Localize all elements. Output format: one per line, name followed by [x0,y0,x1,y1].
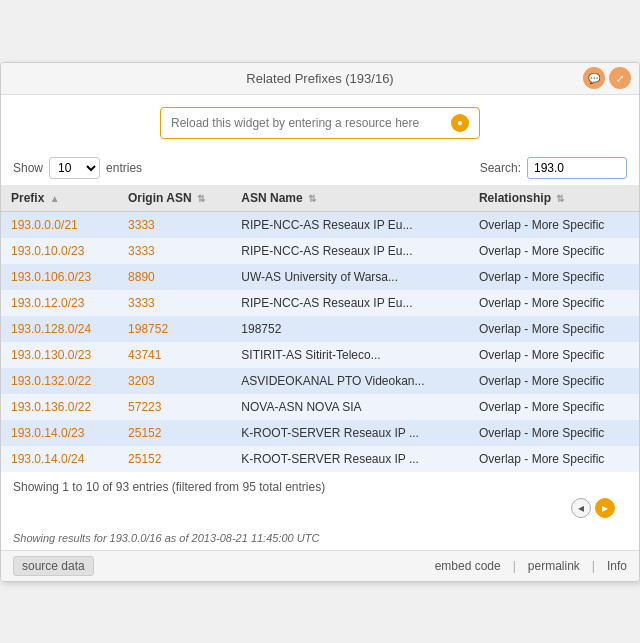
asn-link[interactable]: 3333 [128,244,155,258]
results-text: Showing results for 193.0.0/16 as of 201… [13,532,319,544]
cell-relationship: Overlap - More Specific [469,420,639,446]
prefix-link[interactable]: 193.0.130.0/23 [11,348,91,362]
table-header-row: Prefix ▲ Origin ASN ⇅ ASN Name ⇅ Relatio… [1,185,639,212]
asn-link[interactable]: 3333 [128,296,155,310]
entries-select[interactable]: 10 25 50 100 [49,157,100,179]
asn-link[interactable]: 198752 [128,322,168,336]
asn-link[interactable]: 57223 [128,400,161,414]
embed-code-link[interactable]: embed code [435,559,501,573]
table-row: 193.0.130.0/2343741SITIRIT-AS Sitirit-Te… [1,342,639,368]
cell-prefix: 193.0.0.0/21 [1,211,118,238]
expand-button[interactable]: ⤢ [609,67,631,89]
cell-prefix: 193.0.12.0/23 [1,290,118,316]
prefix-sort-icon[interactable]: ▲ [50,193,60,204]
comment-icon: 💬 [588,73,600,84]
cell-relationship: Overlap - More Specific [469,368,639,394]
reload-input-wrap: ● [160,107,480,139]
cell-prefix: 193.0.136.0/22 [1,394,118,420]
table-row: 193.0.14.0/2325152K-ROOT-SERVER Reseaux … [1,420,639,446]
cell-relationship: Overlap - More Specific [469,264,639,290]
asn-link[interactable]: 8890 [128,270,155,284]
controls-bar: Show 10 25 50 100 entries Search: [1,151,639,185]
footer-info: Showing 1 to 10 of 93 entries (filtered … [1,472,639,530]
expand-icon: ⤢ [616,73,624,84]
cell-asn: 3333 [118,238,231,264]
next-page-button[interactable]: ▸ [595,498,615,518]
relationship-sort-icon[interactable]: ⇅ [556,193,564,204]
asn-link[interactable]: 43741 [128,348,161,362]
reload-bar: ● [1,95,639,151]
widget-container: Related Prefixes (193/16) 💬 ⤢ ● Show 10 … [0,62,640,582]
cell-asn: 8890 [118,264,231,290]
header-icons: 💬 ⤢ [583,67,631,89]
reload-submit-icon[interactable]: ● [451,114,469,132]
cell-asn-name: NOVA-ASN NOVA SIA [231,394,469,420]
table-row: 193.0.12.0/233333RIPE-NCC-AS Reseaux IP … [1,290,639,316]
widget-title: Related Prefixes (193/16) [246,71,393,86]
cell-relationship: Overlap - More Specific [469,394,639,420]
prefix-link[interactable]: 193.0.0.0/21 [11,218,78,232]
info-link[interactable]: Info [607,559,627,573]
cell-prefix: 193.0.130.0/23 [1,342,118,368]
col-asn-name: ASN Name ⇅ [231,185,469,212]
prefix-link[interactable]: 193.0.10.0/23 [11,244,84,258]
cell-asn: 25152 [118,420,231,446]
col-origin-asn: Origin ASN ⇅ [118,185,231,212]
cell-asn-name: 198752 [231,316,469,342]
prev-page-button[interactable]: ◂ [571,498,591,518]
prefix-link[interactable]: 193.0.14.0/23 [11,426,84,440]
cell-prefix: 193.0.106.0/23 [1,264,118,290]
asn-link[interactable]: 25152 [128,452,161,466]
prefix-link[interactable]: 193.0.14.0/24 [11,452,84,466]
source-data-tab[interactable]: source data [13,556,94,576]
comment-button[interactable]: 💬 [583,67,605,89]
search-bar: Search: [480,157,627,179]
widget-header: Related Prefixes (193/16) 💬 ⤢ [1,63,639,95]
table-row: 193.0.14.0/2425152K-ROOT-SERVER Reseaux … [1,446,639,472]
cell-asn: 57223 [118,394,231,420]
cell-asn: 198752 [118,316,231,342]
cell-asn: 43741 [118,342,231,368]
asnname-sort-icon[interactable]: ⇅ [308,193,316,204]
cell-prefix: 193.0.14.0/24 [1,446,118,472]
table-row: 193.0.10.0/233333RIPE-NCC-AS Reseaux IP … [1,238,639,264]
search-input[interactable] [527,157,627,179]
asn-link[interactable]: 25152 [128,426,161,440]
showing-text: Showing 1 to 10 of 93 entries (filtered … [13,480,325,494]
table-row: 193.0.128.0/24198752198752Overlap - More… [1,316,639,342]
table-row: 193.0.0.0/213333RIPE-NCC-AS Reseaux IP E… [1,211,639,238]
permalink-link[interactable]: permalink [528,559,580,573]
showing-results: Showing results for 193.0.0/16 as of 201… [1,530,639,550]
widget-footer: source data embed code | permalink | Inf… [1,550,639,581]
col-prefix: Prefix ▲ [1,185,118,212]
asn-link[interactable]: 3203 [128,374,155,388]
cell-relationship: Overlap - More Specific [469,446,639,472]
cell-prefix: 193.0.132.0/22 [1,368,118,394]
cell-asn-name: K-ROOT-SERVER Reseaux IP ... [231,420,469,446]
asn-sort-icon[interactable]: ⇅ [197,193,205,204]
entries-label: entries [106,161,142,175]
cell-prefix: 193.0.128.0/24 [1,316,118,342]
table-row: 193.0.136.0/2257223NOVA-ASN NOVA SIAOver… [1,394,639,420]
table-row: 193.0.132.0/223203ASVIDEOKANAL PTO Video… [1,368,639,394]
prefix-link[interactable]: 193.0.106.0/23 [11,270,91,284]
cell-asn-name: RIPE-NCC-AS Reseaux IP Eu... [231,290,469,316]
prefix-link[interactable]: 193.0.136.0/22 [11,400,91,414]
prefix-link[interactable]: 193.0.12.0/23 [11,296,84,310]
cell-asn: 3333 [118,211,231,238]
cell-prefix: 193.0.10.0/23 [1,238,118,264]
cell-relationship: Overlap - More Specific [469,342,639,368]
asn-link[interactable]: 3333 [128,218,155,232]
cell-asn-name: SITIRIT-AS Sitirit-Teleco... [231,342,469,368]
cell-asn-name: UW-AS University of Warsa... [231,264,469,290]
prefix-link[interactable]: 193.0.132.0/22 [11,374,91,388]
table-row: 193.0.106.0/238890UW-AS University of Wa… [1,264,639,290]
reload-input[interactable] [171,116,451,130]
cell-asn: 25152 [118,446,231,472]
pagination-controls: ◂ ▸ [13,494,627,522]
col-relationship: Relationship ⇅ [469,185,639,212]
cell-asn: 3333 [118,290,231,316]
prefix-link[interactable]: 193.0.128.0/24 [11,322,91,336]
data-table: Prefix ▲ Origin ASN ⇅ ASN Name ⇅ Relatio… [1,185,639,472]
cell-relationship: Overlap - More Specific [469,290,639,316]
